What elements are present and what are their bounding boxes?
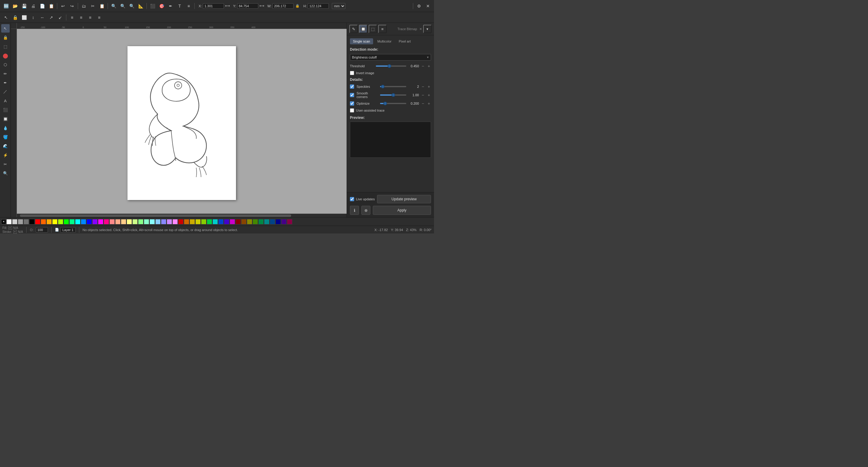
transform-btn[interactable]: ⬜ <box>20 13 28 22</box>
palette-olive[interactable] <box>195 219 201 225</box>
redo-button[interactable]: ↪ <box>68 2 76 10</box>
stop-button[interactable]: ⊗ <box>361 206 370 215</box>
detection-mode-select[interactable]: Brightness cutoff Edge detection Color q… <box>350 54 431 61</box>
palette-lightblue[interactable] <box>161 219 166 225</box>
palette-lightgray[interactable] <box>12 219 18 225</box>
text-tool-btn[interactable]: ✒ <box>166 2 175 10</box>
palette-lightyellow[interactable] <box>127 219 132 225</box>
undo-button[interactable]: ↩ <box>59 2 67 10</box>
palette-yellow[interactable] <box>52 219 58 225</box>
panel-trace-icon-btn[interactable]: 🔲 <box>359 25 367 33</box>
palette-red[interactable] <box>35 219 40 225</box>
open-button[interactable]: 📂 <box>11 2 19 10</box>
spray-btn[interactable]: 🌊 <box>1 142 10 150</box>
path-button[interactable]: 🎯 <box>157 2 166 10</box>
apply-button[interactable]: Apply <box>373 206 431 215</box>
speckles-minus[interactable]: − <box>421 84 425 89</box>
info-button[interactable]: ℹ <box>350 206 359 215</box>
align-button[interactable]: ⬛ <box>148 2 157 10</box>
pencil-tool-btn[interactable]: ✏ <box>1 69 10 78</box>
invert-image-label[interactable]: Invert image <box>356 71 374 75</box>
palette-lightmagenta[interactable] <box>173 219 178 225</box>
more-button[interactable]: ✕ <box>424 2 432 10</box>
palette-blue[interactable] <box>87 219 92 225</box>
palette-darkgreen[interactable] <box>207 219 212 225</box>
optimize-slider[interactable] <box>380 103 406 104</box>
deselect-btn[interactable]: 🔒 <box>11 13 19 22</box>
preferences-button[interactable]: ⚙ <box>415 2 423 10</box>
palette-lightorange[interactable] <box>115 219 121 225</box>
smooth-corners-slider[interactable] <box>380 94 406 96</box>
palette-white[interactable] <box>6 219 12 225</box>
select-all-btn[interactable]: ↖ <box>2 13 10 22</box>
optimize-minus[interactable]: − <box>421 101 425 106</box>
palette-darkblue[interactable] <box>218 219 224 225</box>
opacity-input[interactable] <box>36 227 48 233</box>
select-tool-btn[interactable]: ↖ <box>1 24 10 33</box>
threshold-plus[interactable]: + <box>427 64 431 68</box>
update-preview-button[interactable]: Update preview <box>377 195 431 203</box>
palette-cyan[interactable] <box>75 219 81 225</box>
speckles-plus[interactable]: + <box>427 84 431 89</box>
layer-indicator[interactable]: Layer 1 <box>60 227 76 233</box>
pen-tool-btn[interactable]: ✒ <box>1 79 10 87</box>
palette-teal[interactable] <box>213 219 218 225</box>
zoom-out-button[interactable]: 🔍 <box>119 2 127 10</box>
canvas-viewport[interactable] <box>17 29 347 217</box>
palette-darkteal[interactable] <box>264 219 270 225</box>
align-left-btn[interactable]: ≡ <box>68 13 76 22</box>
panel-close-btn[interactable]: × <box>420 27 422 31</box>
w-input[interactable] <box>273 3 293 9</box>
user-assisted-label[interactable]: User-assisted trace <box>356 109 384 112</box>
speckles-slider[interactable] <box>380 86 406 87</box>
lock-aspect-btn[interactable]: 🔒 <box>295 3 300 9</box>
export-button[interactable]: 📋 <box>47 2 56 10</box>
save-button[interactable]: 💾 <box>20 2 28 10</box>
optimize-plus[interactable]: + <box>427 101 431 106</box>
panel-collapse-btn[interactable]: ▼ <box>423 25 432 33</box>
node-tool-btn[interactable]: 🔒 <box>1 33 10 41</box>
palette-magenta[interactable] <box>98 219 103 225</box>
circle-tool-btn[interactable]: ⬤ <box>1 51 10 60</box>
palette-lightskyblue[interactable] <box>155 219 161 225</box>
x-input[interactable] <box>203 3 224 9</box>
align-right-btn[interactable]: ≡ <box>86 13 94 22</box>
palette-amber[interactable] <box>46 219 52 225</box>
palette-darkpink[interactable] <box>287 219 292 225</box>
threshold-minus[interactable]: − <box>421 64 425 68</box>
stroke-swatch[interactable]: ✕ <box>13 230 17 233</box>
mesh-btn[interactable]: 🔲 <box>1 115 10 123</box>
paste-button[interactable]: 📋 <box>98 2 106 10</box>
smooth-corners-minus[interactable]: − <box>421 93 425 97</box>
palette-darkorange[interactable] <box>184 219 189 225</box>
palette-gray[interactable] <box>18 219 23 225</box>
user-assisted-checkbox[interactable] <box>350 108 354 113</box>
zoom-page-button[interactable]: 📐 <box>136 2 145 10</box>
tab-pixel-art[interactable]: Pixel art <box>396 38 414 45</box>
smooth-corners-checkbox[interactable] <box>350 93 354 97</box>
palette-darknavy[interactable] <box>276 219 281 225</box>
eraser-btn[interactable]: ⚡ <box>1 151 10 159</box>
palette-indigo[interactable] <box>224 219 229 225</box>
palette-gold[interactable] <box>190 219 195 225</box>
palette-skyblue[interactable] <box>81 219 86 225</box>
rotate-ccw-btn[interactable]: ↙ <box>56 13 64 22</box>
copy-button[interactable]: 🗂 <box>80 2 88 10</box>
palette-darkolive[interactable] <box>247 219 252 225</box>
canvas-area[interactable]: -150 -100 -50 0 50 100 150 200 250 300 3… <box>11 23 347 217</box>
palette-maroon[interactable] <box>236 219 241 225</box>
palette-lightcyan[interactable] <box>150 219 155 225</box>
panel-node-icon-btn[interactable]: ⬚ <box>369 25 377 33</box>
panel-edit-icon-btn[interactable]: ✎ <box>349 25 358 33</box>
flip-h-btn[interactable]: ↔ <box>38 13 46 22</box>
palette-lightlime[interactable] <box>132 219 138 225</box>
import-button[interactable]: 📄 <box>38 2 46 10</box>
cut-button[interactable]: ✂ <box>89 2 97 10</box>
threshold-slider[interactable] <box>376 65 406 67</box>
no-color-swatch[interactable]: ✕ <box>1 219 6 224</box>
rotate-cw-btn[interactable]: ↗ <box>47 13 56 22</box>
filter-button[interactable]: T <box>176 2 184 10</box>
print-button[interactable]: 🖨 <box>29 2 37 10</box>
optimize-thumb[interactable] <box>383 102 387 105</box>
zoom-btn[interactable]: 🔍 <box>1 169 10 177</box>
